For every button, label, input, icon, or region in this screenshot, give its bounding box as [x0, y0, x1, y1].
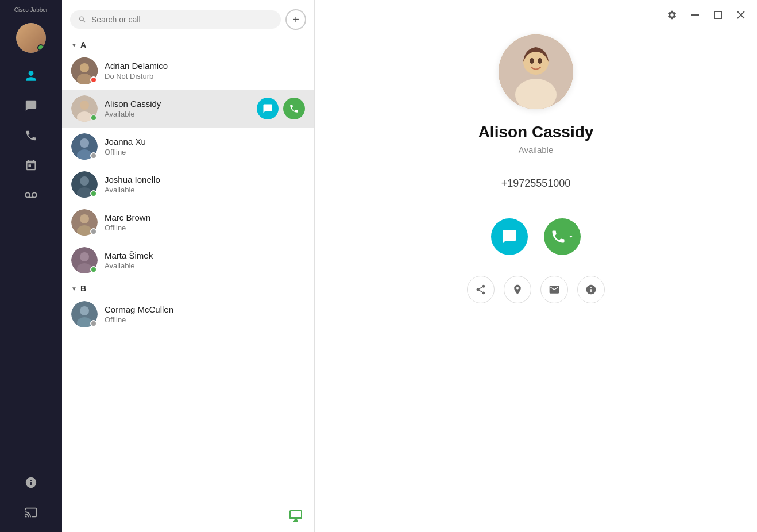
call-button[interactable] [283, 98, 305, 119]
list-item[interactable]: Alison Cassidy Available [62, 90, 314, 128]
maximize-button[interactable] [711, 8, 725, 22]
contact-avatar [71, 247, 98, 273]
contact-name: Cormag McCullen [105, 304, 305, 314]
group-label-a: A [80, 40, 86, 49]
contact-status: Available [105, 261, 305, 270]
contact-info: Joshua Ionello Available [105, 175, 305, 194]
search-input[interactable] [91, 15, 273, 24]
detail-status: Available [519, 145, 554, 155]
contact-actions [257, 98, 305, 119]
nav-chat[interactable] [18, 93, 44, 118]
status-dot-offline [90, 228, 97, 235]
list-item[interactable]: Cormag McCullen Offline [62, 295, 314, 333]
search-bar: + [62, 0, 314, 36]
email-button[interactable] [540, 276, 568, 303]
contact-avatar [71, 209, 98, 236]
status-dot-offline [90, 320, 97, 327]
status-dot-available [90, 114, 97, 121]
group-label-b: B [80, 284, 86, 293]
add-contact-button[interactable]: + [285, 9, 306, 30]
contact-info: Cormag McCullen Offline [105, 304, 305, 324]
detail-panel: Alison Cassidy Available +19725551000 [315, 0, 757, 532]
window-controls [665, 8, 748, 22]
list-item[interactable]: Marta Šimek Available [62, 241, 314, 279]
contact-name: Joanna Xu [105, 137, 305, 147]
contact-info: Joanna Xu Offline [105, 137, 305, 156]
contact-list: ▼ A Adrian Delamico Do Not Disturb [62, 36, 314, 532]
contact-status: Available [105, 110, 257, 118]
svg-point-28 [530, 58, 534, 64]
status-dot-dnd [90, 76, 97, 83]
nav-info[interactable] [18, 470, 44, 495]
user-avatar[interactable] [16, 23, 46, 53]
search-input-wrap[interactable] [70, 10, 281, 29]
contact-status: Offline [105, 223, 305, 232]
status-dot-available [90, 190, 97, 197]
contact-status: Offline [105, 148, 305, 156]
contact-info: Marta Šimek Available [105, 250, 305, 270]
svg-point-10 [80, 176, 89, 186]
nav-cast[interactable] [18, 500, 44, 525]
close-button[interactable] [734, 8, 748, 22]
detail-avatar [499, 34, 573, 109]
nav-voicemail[interactable] [18, 183, 44, 208]
contact-avatar [71, 57, 98, 84]
svg-rect-22 [714, 11, 721, 18]
location-button[interactable] [504, 276, 531, 303]
svg-point-19 [80, 306, 89, 315]
detail-actions-row [491, 218, 581, 255]
nav-calendar[interactable] [18, 153, 44, 178]
contact-info: Marc Brown Offline [105, 213, 305, 232]
status-dot-available [90, 266, 97, 273]
svg-point-13 [80, 214, 89, 223]
contact-avatar [71, 301, 98, 327]
group-header-b[interactable]: ▼ B [62, 279, 314, 295]
list-item[interactable]: Joshua Ionello Available [62, 165, 314, 203]
contact-name: Alison Cassidy [105, 99, 257, 109]
list-item[interactable]: Marc Brown Offline [62, 203, 314, 241]
nav-calls[interactable] [18, 123, 44, 148]
contact-status: Do Not Disturb [105, 72, 305, 80]
contact-panel: + ▼ A Adrian Delamico Do Not D [62, 0, 315, 532]
chevron-down-icon: ▼ [71, 286, 77, 292]
group-header-a[interactable]: ▼ A [62, 36, 314, 52]
svg-point-7 [80, 138, 89, 148]
status-dot-offline [90, 152, 97, 159]
contact-avatar [71, 171, 98, 198]
detail-call-button[interactable] [544, 218, 581, 255]
list-item[interactable]: Adrian Delamico Do Not Disturb [62, 52, 314, 90]
share-button[interactable] [467, 276, 495, 303]
nav-contacts[interactable] [18, 63, 44, 88]
svg-point-4 [80, 101, 89, 110]
detail-phone[interactable]: +19725551000 [501, 178, 571, 190]
detail-secondary-actions [467, 276, 605, 303]
contact-name: Marc Brown [105, 213, 305, 222]
svg-point-16 [80, 252, 89, 261]
detail-name: Alison Cassidy [478, 123, 594, 141]
contact-avatar [71, 95, 98, 122]
user-status-dot [37, 44, 44, 51]
search-icon [78, 15, 87, 24]
contact-avatar [71, 133, 98, 160]
contact-name: Joshua Ionello [105, 175, 305, 184]
info-button[interactable] [577, 276, 605, 303]
svg-point-29 [538, 58, 542, 64]
sidebar: Cisco Jabber [0, 0, 62, 532]
contact-status: Available [105, 186, 305, 194]
list-item[interactable]: Joanna Xu Offline [62, 128, 314, 165]
svg-point-1 [80, 63, 89, 72]
svg-rect-21 [691, 14, 699, 16]
app-title: Cisco Jabber [14, 7, 48, 14]
monitor-button[interactable] [289, 509, 303, 525]
settings-button[interactable] [665, 8, 679, 22]
chevron-down-icon: ▼ [71, 42, 77, 48]
chat-button[interactable] [257, 98, 279, 119]
sidebar-bottom [18, 470, 44, 525]
contact-name: Adrian Delamico [105, 61, 305, 71]
contact-info: Alison Cassidy Available [105, 99, 257, 118]
contact-name: Marta Šimek [105, 250, 305, 260]
minimize-button[interactable] [688, 8, 702, 22]
contact-info: Adrian Delamico Do Not Disturb [105, 61, 305, 80]
contact-status: Offline [105, 315, 305, 324]
detail-chat-button[interactable] [491, 218, 528, 255]
